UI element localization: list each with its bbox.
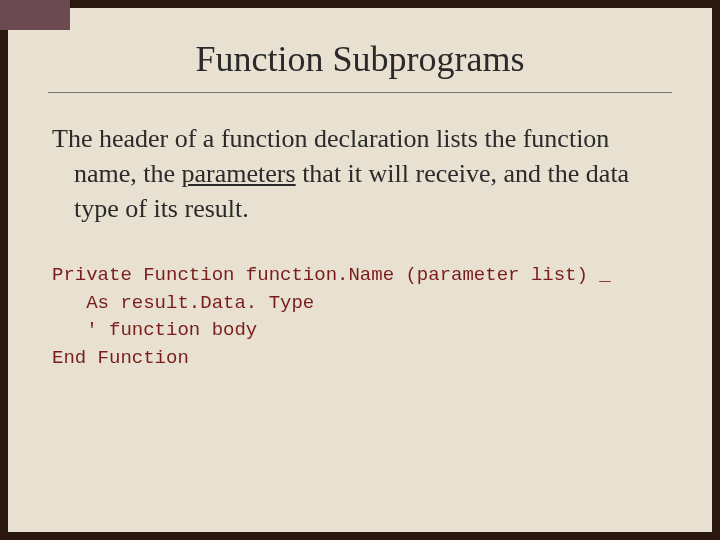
slide-title: Function Subprograms xyxy=(48,38,672,80)
slide: Function Subprograms The header of a fun… xyxy=(8,8,712,532)
code-line-2: As result.Data. Type xyxy=(52,292,314,314)
corner-tab xyxy=(0,0,70,30)
body-paragraph: The header of a function declaration lis… xyxy=(48,121,672,226)
body-underlined: parameters xyxy=(182,159,296,188)
title-rule xyxy=(48,92,672,93)
code-line-1: Private Function function.Name (paramete… xyxy=(52,264,611,286)
code-block: Private Function function.Name (paramete… xyxy=(48,262,672,372)
code-line-4: End Function xyxy=(52,347,189,369)
code-line-3: ' function body xyxy=(52,319,257,341)
